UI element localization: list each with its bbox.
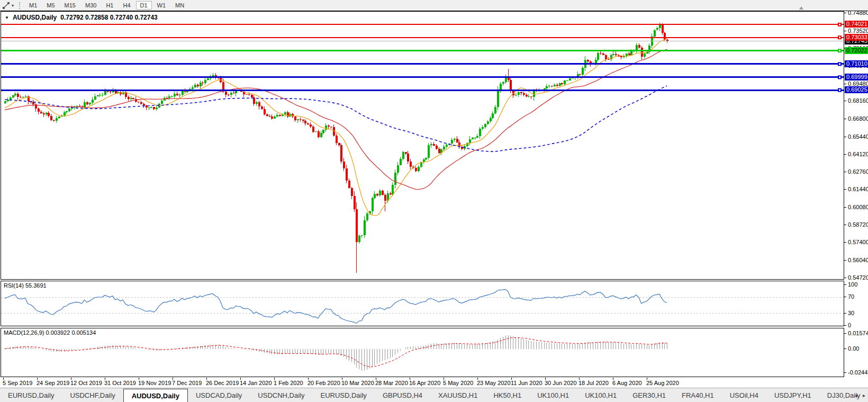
candlestick-svg xyxy=(1,12,844,279)
chart-title: ▼ AUDUSD,Daily 0.72792 0.72858 0.72740 0… xyxy=(5,14,158,21)
chart-tab-fra40-h1[interactable]: FRA40,H1 xyxy=(674,388,722,402)
date-axis-label: 26 Dec 2019 xyxy=(206,380,239,386)
chart-tab-hk50-h1[interactable]: HK50,H1 xyxy=(485,388,529,402)
date-axis-label: 5 Sep 2019 xyxy=(3,380,32,386)
chart-tab-bar: EURUSD,DailyUSDCHF,DailyAUDUSD,DailyUSDC… xyxy=(0,388,868,402)
date-axis-label: 6 Aug 2020 xyxy=(612,380,642,386)
date-axis-label: 11 Jun 2020 xyxy=(511,380,542,386)
chart-symbol-label: AUDUSD,Daily xyxy=(13,14,57,21)
date-axis-label: 7 Dec 2019 xyxy=(172,380,202,386)
date-axis-label: 25 Aug 2020 xyxy=(646,380,679,386)
timeframe-button-w1[interactable]: W1 xyxy=(153,1,170,10)
toolbar: ▾ M1M5M15M30H1H4D1W1MN xyxy=(0,0,868,11)
axis-tick-label: 0.56040 xyxy=(848,257,868,264)
rsi-panel: RSI(14) 55.3691 xyxy=(1,281,844,326)
axis-tick-label: 0.73520 xyxy=(848,28,868,34)
date-axis-label: 31 Oct 2019 xyxy=(104,380,136,386)
chart-tab-uk100-h1[interactable]: UK100,H1 xyxy=(529,388,577,402)
date-axis-label: 23 May 2020 xyxy=(477,380,511,386)
chart-tab-eurusd-daily[interactable]: EURUSD,Daily xyxy=(0,388,62,402)
macd-axis[interactable]: 0.0157410.00-0.024412 xyxy=(846,328,868,377)
timeframe-button-m30[interactable]: M30 xyxy=(81,1,101,10)
rsi-axis[interactable]: 10070300 xyxy=(846,281,868,326)
chart-ohlc-label: 0.72792 0.72858 0.72740 0.72743 xyxy=(60,14,158,21)
date-axis-label: 5 May 2020 xyxy=(443,380,473,386)
timeframe-button-mn[interactable]: MN xyxy=(171,1,188,10)
level-price-label: 0.72022 xyxy=(845,47,868,54)
chart-tab-uk100-h1[interactable]: UK100,H1 xyxy=(577,388,625,402)
dropdown-caret-icon[interactable]: ▾ xyxy=(12,3,14,8)
chart-tab-ger30-h1[interactable]: GER30,H1 xyxy=(625,388,674,402)
date-axis-label: 16 Apr 2020 xyxy=(409,380,440,386)
axis-tick-label: 0.60080 xyxy=(848,204,868,211)
price-chart[interactable] xyxy=(1,12,844,281)
level-price-label: 0.74021 xyxy=(845,21,868,28)
toolbar-grip xyxy=(19,2,20,9)
date-axis-label: 19 Nov 2019 xyxy=(138,380,171,386)
axis-tick-label: 100 xyxy=(848,281,857,288)
axis-tick-label: 0.64120 xyxy=(848,151,868,158)
chart-tab-eurusd-daily[interactable]: EURUSD,Daily xyxy=(312,388,374,402)
main-price-panel: ▼ AUDUSD,Daily 0.72792 0.72858 0.72740 0… xyxy=(1,11,844,280)
timeframe-button-m15[interactable]: M15 xyxy=(60,1,80,10)
chart-shift-marker xyxy=(799,6,803,10)
axis-tick-label: 0.54720 xyxy=(848,274,868,281)
axis-tick-label: 0.62760 xyxy=(848,168,868,175)
date-axis-label: 24 Sep 2019 xyxy=(37,380,69,386)
chart-tab-usdchf-daily[interactable]: USDCHF,Daily xyxy=(62,388,123,402)
level-price-label: 0.73033 xyxy=(845,34,868,41)
chart-tab-usdcad-daily[interactable]: USDCAD,Daily xyxy=(188,388,250,402)
axis-tick-label: 0.65440 xyxy=(848,133,868,140)
timeframe-button-d1[interactable]: D1 xyxy=(136,1,152,10)
date-axis-label: 14 Jan 2020 xyxy=(240,380,272,386)
rsi-chart[interactable] xyxy=(1,281,844,328)
timeframe-button-h1[interactable]: H1 xyxy=(102,1,117,10)
chart-tab-xauusd-h1[interactable]: XAUUSD,H1 xyxy=(430,388,485,402)
mt4-chart-window: ▾ M1M5M15M30H1H4D1W1MN ▼ AUDUSD,Daily 0.… xyxy=(0,0,868,402)
axis-tick-label: 0.015741 xyxy=(848,330,868,337)
tab-scroll-right-icon[interactable]: ▸ xyxy=(863,392,865,398)
date-axis-label: 10 Mar 2020 xyxy=(341,380,374,386)
timeframe-button-h4[interactable]: H4 xyxy=(119,1,134,10)
rsi-indicator-label: RSI(14) 55.3691 xyxy=(4,282,47,289)
level-price-label: 0.71010 xyxy=(845,60,868,67)
timeframe-toolbar: M1M5M15M30H1H4D1W1MN xyxy=(24,0,189,11)
axis-tick-label: 0.61440 xyxy=(848,186,868,193)
macd-svg xyxy=(1,328,844,377)
chart-tab-audusd-daily[interactable]: AUDUSD,Daily xyxy=(123,389,188,402)
line-studies-icon[interactable] xyxy=(2,2,10,10)
date-axis-label: 1 Feb 2020 xyxy=(274,380,303,386)
macd-indicator-label: MACD(12,26,9) 0.003922 0.005134 xyxy=(4,329,96,336)
price-axis[interactable]: 0.748800.735200.721600.708400.694800.681… xyxy=(846,11,868,280)
level-price-label: 0.69025 xyxy=(845,86,868,93)
tab-scroll-left-icon[interactable]: ◂ xyxy=(855,392,857,398)
date-axis-label: 30 Jun 2020 xyxy=(545,380,577,386)
axis-tick-label: 70 xyxy=(848,293,854,300)
date-axis-label: 20 Feb 2020 xyxy=(308,380,340,386)
timeframe-button-m1[interactable]: M1 xyxy=(25,1,41,10)
date-axis-label: 18 Jul 2020 xyxy=(578,380,609,386)
chart-tab-gbpusd-h4[interactable]: GBPUSD,H4 xyxy=(375,388,430,402)
axis-tick-label: 0.58720 xyxy=(848,221,868,228)
chart-tab-usdjpy-h1[interactable]: USDJPY,H1 xyxy=(766,388,819,402)
level-price-label: 0.69999 xyxy=(845,74,868,81)
axis-tick-label: 0.00 xyxy=(848,345,859,352)
axis-tick-label: 30 xyxy=(848,310,854,317)
chart-tab-usdcnh-daily[interactable]: USDCNH,Daily xyxy=(250,388,312,402)
macd-panel: MACD(12,26,9) 0.003922 0.005134 xyxy=(1,328,844,377)
axis-tick-label: -0.024412 xyxy=(848,369,868,376)
axis-tick-label: 0.74880 xyxy=(848,10,868,16)
date-axis[interactable]: 5 Sep 201924 Sep 201912 Oct 201931 Oct 2… xyxy=(0,378,868,388)
chart-dropdown-icon[interactable]: ▼ xyxy=(5,15,9,20)
macd-chart[interactable] xyxy=(1,328,844,379)
axis-tick-label: 0.66800 xyxy=(848,115,868,122)
date-axis-label: 12 Oct 2019 xyxy=(70,380,102,386)
rsi-svg xyxy=(1,281,844,326)
tab-scroll-buttons: ◂▸ xyxy=(855,388,865,402)
axis-tick-label: 0.68160 xyxy=(848,97,868,104)
timeframe-button-m5[interactable]: M5 xyxy=(42,1,59,10)
date-axis-label: 28 Mar 2020 xyxy=(375,380,408,386)
chart-tab-usoil-h4[interactable]: USOil,H4 xyxy=(722,388,766,402)
axis-tick-label: 0.57400 xyxy=(848,239,868,246)
